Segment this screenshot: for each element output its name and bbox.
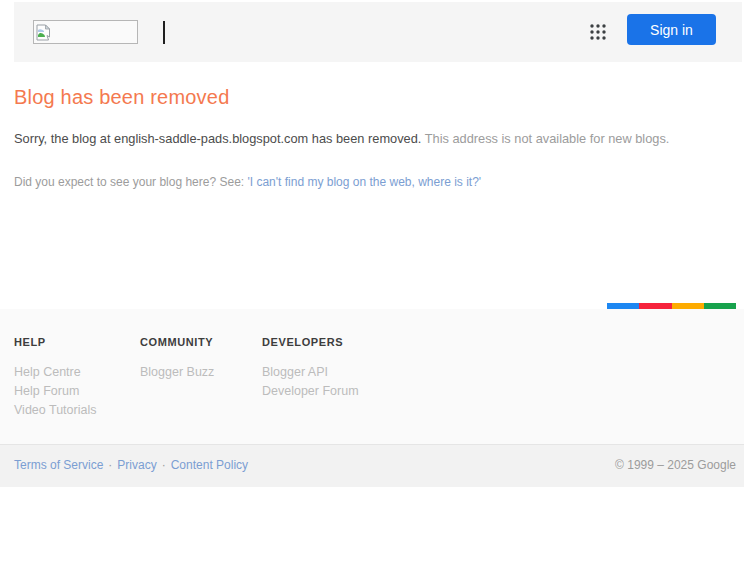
footer-bottom-bar: Terms of Service·Privacy·Content Policy … (0, 444, 744, 487)
content-policy-link[interactable]: Content Policy (171, 458, 248, 472)
help-link[interactable]: 'I can't find my blog on the web, where … (247, 175, 481, 189)
footer-link-developer-forum[interactable]: Developer Forum (262, 382, 359, 401)
help-line: Did you expect to see your blog here? Se… (14, 175, 714, 189)
legal-separator: · (162, 458, 166, 472)
footer-link-blogger-api[interactable]: Blogger API (262, 363, 359, 382)
broken-image-icon (36, 24, 51, 41)
removed-message: Sorry, the blog at english-saddle-pads.b… (14, 131, 714, 147)
footer-link-help-centre[interactable]: Help Centre (14, 363, 96, 382)
footer-heading-community: COMMUNITY (140, 336, 214, 348)
footer-link-help-forum[interactable]: Help Forum (14, 382, 96, 401)
footer-column-community: COMMUNITY Blogger Buzz (140, 336, 214, 382)
footer-heading-developers: DEVELOPERS (262, 336, 359, 348)
legal-links: Terms of Service·Privacy·Content Policy (14, 458, 248, 472)
broken-logo-placeholder[interactable] (33, 20, 138, 44)
terms-of-service-link[interactable]: Terms of Service (14, 458, 103, 472)
help-prompt: Did you expect to see your blog here? Se… (14, 175, 247, 189)
footer-column-developers: DEVELOPERS Blogger API Developer Forum (262, 336, 359, 401)
removed-message-secondary: This address is not available for new bl… (425, 131, 670, 146)
footer-heading-help: HELP (14, 336, 96, 348)
sign-in-button[interactable]: Sign in (627, 14, 716, 45)
footer-link-video-tutorials[interactable]: Video Tutorials (14, 401, 96, 420)
apps-grid-button[interactable] (587, 21, 609, 43)
removed-message-primary: Sorry, the blog at english-saddle-pads.b… (14, 131, 421, 146)
apps-grid-icon (589, 23, 607, 41)
legal-separator: · (108, 458, 112, 472)
footer-link-blogger-buzz[interactable]: Blogger Buzz (140, 363, 214, 382)
page-title: Blog has been removed (14, 86, 229, 109)
text-cursor (163, 21, 165, 44)
header-bar: Sign in (14, 2, 742, 62)
privacy-link[interactable]: Privacy (117, 458, 156, 472)
footer: HELP Help Centre Help Forum Video Tutori… (0, 309, 744, 444)
blog-removed-page: Sign in Blog has been removed Sorry, the… (0, 0, 750, 563)
copyright-text: © 1999 – 2025 Google (615, 458, 736, 472)
footer-column-help: HELP Help Centre Help Forum Video Tutori… (14, 336, 96, 420)
